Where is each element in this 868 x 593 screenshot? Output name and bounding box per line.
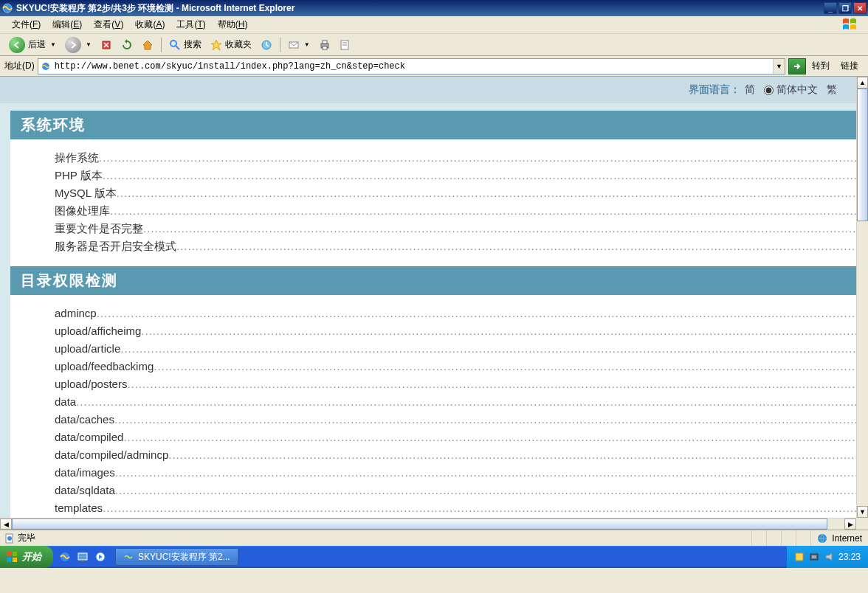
menu-f[interactable]: 文件(F) — [6, 16, 46, 33]
address-label: 地址(D) — [4, 60, 35, 72]
scroll-right-button[interactable]: ▶ — [844, 519, 856, 530]
dropdown-icon: ▼ — [50, 41, 56, 48]
minimize-button[interactable]: _ — [824, 2, 837, 14]
scroll-left-button[interactable]: ◀ — [0, 519, 12, 530]
separator — [161, 38, 162, 52]
xp-flag-icon — [841, 18, 865, 32]
status-done: 完毕 — [18, 532, 35, 544]
ql-media-icon[interactable] — [93, 549, 108, 564]
taskbar: 开始 SKYUC!安装程序 第2... 23:23 — [0, 546, 868, 568]
url-dropdown-button[interactable]: ▼ — [773, 59, 785, 74]
search-button[interactable]: 搜索 — [165, 36, 206, 54]
edit-button[interactable] — [335, 36, 356, 54]
go-button[interactable] — [788, 58, 806, 74]
svg-rect-19 — [13, 558, 17, 562]
taskbar-app-label: SKYUC!安装程序 第2... — [138, 551, 230, 563]
tray-icon-3[interactable] — [824, 552, 834, 562]
section-env-header: 系统环境 — [10, 111, 856, 139]
svg-point-14 — [7, 536, 12, 541]
scroll-thumb-h[interactable] — [12, 519, 827, 530]
menu-v[interactable]: 查看(V) — [88, 16, 129, 33]
done-icon — [4, 533, 15, 544]
scroll-corner — [856, 518, 868, 530]
ql-ie-icon[interactable] — [58, 549, 72, 564]
lang-option-trad[interactable]: 繁 — [827, 83, 837, 97]
check-label: upload/feedbackimg — [55, 358, 154, 375]
svg-rect-18 — [7, 558, 11, 562]
browser-viewport: 界面语言： 简 简体中文 繁 系统环境 操作系统................… — [0, 77, 868, 530]
check-row: 重要文件是否完整................................… — [55, 221, 856, 237]
check-row: 操作系统....................................… — [55, 150, 856, 166]
stop-button[interactable] — [96, 36, 117, 54]
forward-button[interactable]: ▼ — [61, 36, 96, 54]
svg-rect-21 — [78, 553, 87, 560]
check-row: upload/afficheimg.......................… — [55, 323, 856, 339]
svg-rect-7 — [323, 41, 327, 44]
maximize-button[interactable]: ❐ — [838, 2, 852, 14]
check-row: 图像处理库...................................… — [55, 203, 856, 219]
check-label: data/compiled — [55, 429, 123, 445]
menu-t[interactable]: 工具(T) — [170, 16, 211, 33]
check-label: upload/posters — [55, 376, 127, 392]
system-tray: 23:23 — [787, 546, 868, 568]
internet-zone-icon — [817, 533, 827, 544]
mail-button[interactable]: ▼ — [283, 36, 314, 54]
history-button[interactable] — [256, 36, 277, 54]
taskbar-app-button[interactable]: SKYUC!安装程序 第2... — [115, 548, 238, 566]
install-page: 界面语言： 简 简体中文 繁 系统环境 操作系统................… — [0, 77, 856, 518]
window-title: SKYUC!安装程序 第2步/共3步 环境检测 - Microsoft Inte… — [16, 2, 824, 15]
status-text-panel: 完毕 — [0, 530, 752, 546]
menu-e[interactable]: 编辑(E) — [46, 16, 88, 33]
check-row: PHP 版本..................................… — [55, 167, 856, 184]
toolbar: 后退 ▼ ▼ 搜索 收藏夹 ▼ — [0, 34, 868, 56]
horizontal-scrollbar[interactable]: ◀ ▶ — [0, 518, 856, 530]
dropdown-icon: ▼ — [86, 41, 92, 48]
search-icon — [169, 39, 181, 51]
url-input[interactable] — [53, 61, 773, 72]
print-button[interactable] — [314, 36, 335, 54]
scroll-up-button[interactable]: ▲ — [857, 77, 868, 89]
lang-option-simp-short[interactable]: 简 — [745, 83, 755, 97]
scroll-down-button[interactable]: ▼ — [857, 506, 868, 518]
separator — [280, 38, 280, 52]
check-row: data....................................… — [55, 394, 856, 410]
back-button[interactable]: 后退 ▼ — [4, 36, 61, 54]
svg-rect-16 — [7, 552, 11, 556]
star-icon — [210, 39, 222, 51]
check-row: upload/feedbackimg......................… — [55, 358, 856, 375]
tray-icon-1[interactable] — [794, 552, 805, 562]
back-icon — [9, 37, 25, 53]
tray-icon-2[interactable] — [809, 552, 819, 562]
links-button[interactable]: 链接 — [836, 59, 864, 73]
favorites-button[interactable]: 收藏夹 — [206, 36, 256, 54]
menu-a[interactable]: 收藏(A) — [129, 16, 170, 33]
go-arrow-icon — [792, 61, 802, 72]
svg-rect-22 — [80, 560, 85, 561]
search-label: 搜索 — [184, 38, 202, 51]
zone-panel: Internet — [811, 533, 868, 544]
status-bar: 完毕 Internet — [0, 530, 868, 546]
home-button[interactable] — [137, 36, 158, 54]
ql-desktop-icon[interactable] — [75, 549, 90, 564]
check-label: 图像处理库 — [55, 203, 110, 219]
check-row: data/sqldata............................… — [55, 482, 856, 499]
clock[interactable]: 23:23 — [838, 552, 861, 562]
check-label: templates — [55, 500, 103, 516]
history-icon — [261, 39, 272, 51]
vertical-scrollbar[interactable]: ▲ ▼ — [856, 77, 868, 518]
check-label: upload/article — [55, 341, 120, 357]
check-label: admincp — [55, 305, 97, 322]
refresh-button[interactable] — [117, 36, 137, 54]
check-label: 重要文件是否完整 — [55, 221, 143, 237]
close-button[interactable]: ✕ — [853, 2, 867, 14]
menu-bar: 文件(F)编辑(E)查看(V)收藏(A)工具(T)帮助(H) — [0, 16, 868, 34]
lang-radio-simp[interactable] — [764, 86, 774, 95]
lang-option-simp[interactable]: 简体中文 — [764, 83, 818, 97]
scroll-thumb-v[interactable] — [857, 89, 868, 221]
svg-rect-25 — [796, 553, 803, 561]
menu-h[interactable]: 帮助(H) — [212, 16, 254, 33]
forward-icon — [65, 37, 81, 53]
check-row: data/compiled...........................… — [55, 429, 856, 445]
start-button[interactable]: 开始 — [0, 546, 53, 568]
svg-rect-8 — [323, 46, 327, 49]
